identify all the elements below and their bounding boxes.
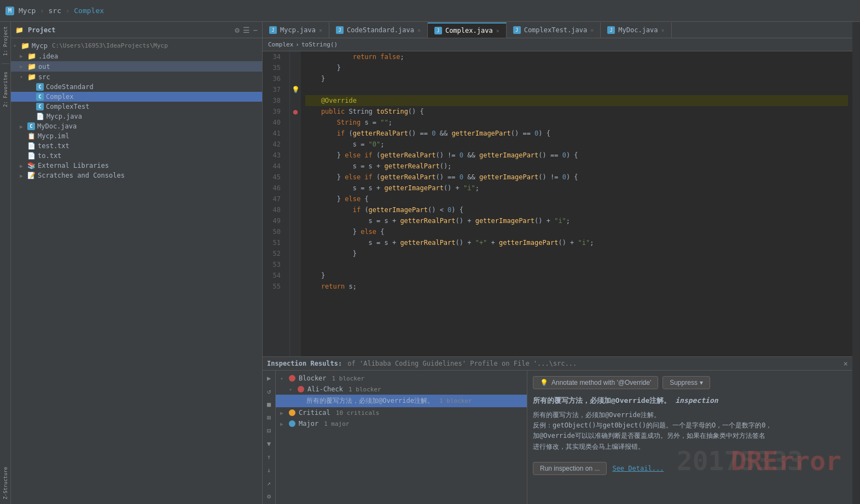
detail-title: 所有的覆写方法，必须加@Override注解。 inspection <box>533 396 847 406</box>
project-sidebar-label[interactable]: 1: Project <box>3 24 8 58</box>
tree-complex[interactable]: C Complex <box>11 92 262 102</box>
code-line-53 <box>305 259 848 270</box>
critical-count: 10 criticals <box>336 409 379 417</box>
tree-complextest[interactable]: C ComplexTest <box>11 102 262 112</box>
tree-mycp-java[interactable]: 📄 Mycp.java <box>11 112 262 121</box>
error-marker-icon: ● <box>293 107 298 116</box>
stop-btn[interactable]: ■ <box>264 399 275 410</box>
detail-line4: 进行修改，其实现类会马上编译报错。 <box>533 442 847 452</box>
down-btn[interactable]: ↓ <box>264 465 275 476</box>
tree-idea[interactable]: ▶ 📁 .idea <box>11 51 262 61</box>
tree-src[interactable]: ▾ 📁 src <box>11 72 262 82</box>
gutter-37[interactable]: 💡 <box>290 84 301 95</box>
gutter-39[interactable]: ● <box>290 106 301 117</box>
txt-icon-test: 📄 <box>27 142 36 150</box>
ln-47: 47 <box>263 194 285 204</box>
detail-footer: Run inspection on ... See Detail... <box>533 462 847 475</box>
tree-mycp-iml[interactable]: 📋 Mycp.iml <box>11 131 262 141</box>
collapse-all-btn[interactable]: ⊟ <box>264 425 275 436</box>
tree-to-txt[interactable]: 📄 to.txt <box>11 151 262 161</box>
detail-title-text: 所有的覆写方法，必须加@Override注解。 <box>533 396 671 405</box>
tab-label-complextest: ComplexTest.java <box>524 26 588 34</box>
code-line-50: } else { <box>305 226 848 237</box>
override-count: 1 blocker <box>439 397 472 405</box>
fn-getimage-7: getterImagePart <box>499 237 558 248</box>
title-sep1: › <box>40 7 44 15</box>
ln-54: 54 <box>263 270 285 281</box>
see-detail-link[interactable]: See Detail... <box>612 465 664 472</box>
ext-libs-label: External Libraries <box>38 162 109 169</box>
play-btn[interactable]: ▶ <box>264 373 275 384</box>
export-btn[interactable]: ↗ <box>264 478 275 489</box>
ali-check-count: 1 blocker <box>348 386 381 393</box>
code-content[interactable]: return false; } } @Override public Strin… <box>301 51 852 356</box>
to-txt-label: to.txt <box>38 152 61 160</box>
tab-close-mydoc[interactable]: × <box>661 27 665 33</box>
fn-getreal-2: getterRealPart <box>380 150 435 161</box>
java-file-icon: 📄 <box>36 113 44 120</box>
fn-getimage-1: getterImagePart <box>451 128 510 139</box>
breadcrumb-method: toString() <box>301 41 338 48</box>
test-txt-label: test.txt <box>38 142 69 150</box>
critical-dot <box>289 409 295 416</box>
filter-btn[interactable]: ▼ <box>264 438 275 449</box>
tree-ext-libs[interactable]: ▶ 📚 External Libraries <box>11 161 262 171</box>
str-plus: "+" <box>475 237 487 248</box>
critical-label: Critical <box>299 409 330 417</box>
tree-codestandard[interactable]: C CodeStandard <box>11 82 262 92</box>
suppress-button[interactable]: Suppress ▾ <box>663 376 710 389</box>
z-structure-label[interactable]: Z-Structure <box>3 465 8 502</box>
kw-else-4: else <box>361 226 380 237</box>
favorites-sidebar-label[interactable]: 2: Favorites <box>3 69 8 109</box>
tab-label-complex: Complex.java <box>445 27 493 34</box>
annotate-button[interactable]: 💡 Annotate method with '@Override' <box>533 376 658 389</box>
insp-blocker[interactable]: ▾ Blocker 1 blocker <box>276 373 527 384</box>
detail-p1: 所有的覆写方法，必须加@Override注解。 反例：getObject()与g… <box>533 410 847 452</box>
settings-icon[interactable]: ☰ <box>243 26 250 34</box>
tab-complex[interactable]: J Complex.java × <box>428 22 507 38</box>
bottom-close-icon[interactable]: × <box>844 359 848 368</box>
ln-55: 55 <box>263 281 285 292</box>
fn-getimage-3: getterImagePart <box>479 172 538 183</box>
rerun-btn[interactable]: ↺ <box>264 386 275 397</box>
insp-ali-check[interactable]: ▾ Ali-Check 1 blocker <box>276 384 527 395</box>
insp-critical[interactable]: ▶ Critical 10 criticals <box>276 407 527 418</box>
right-scrollbar[interactable] <box>852 22 860 504</box>
tree-out[interactable]: ▶ 📁 out <box>11 61 262 72</box>
run-inspection-button[interactable]: Run inspection on ... <box>533 462 607 475</box>
tab-close-mycp[interactable]: × <box>319 27 322 33</box>
tab-mydoc[interactable]: J MyDoc.java × <box>601 22 671 38</box>
tab-codestandard[interactable]: J CodeStandard.java × <box>329 22 428 38</box>
tree-test-txt[interactable]: 📄 test.txt <box>11 141 262 151</box>
tab-close-complextest[interactable]: × <box>590 27 594 33</box>
insp-major[interactable]: ▶ Major 1 major <box>276 418 527 429</box>
ln-42: 42 <box>263 139 285 150</box>
detail-actions: 💡 Annotate method with '@Override' Suppr… <box>533 376 847 389</box>
breadcrumb-bar: Complex › toString() <box>263 38 852 51</box>
tabs-bar: J Mycp.java × J CodeStandard.java × J Co… <box>263 22 852 38</box>
expand-all-btn[interactable]: ⊞ <box>264 412 275 423</box>
detail-line2: 反例：getObject()与get0bject()的问题。一个是字母的O，一个… <box>533 420 847 431</box>
gutter-50 <box>290 226 301 237</box>
tree-mydoc[interactable]: ▶ C MyDoc.java <box>11 121 262 131</box>
str-empty: "" <box>380 117 388 128</box>
tab-complextest[interactable]: J ComplexTest.java × <box>507 22 601 38</box>
mydoc-label: MyDoc.java <box>37 122 77 130</box>
settings-btn[interactable]: ⚙ <box>264 491 275 502</box>
app-icon: M <box>5 7 14 15</box>
tree-scratches[interactable]: ▶ 📝 Scratches and Consoles <box>11 171 262 180</box>
ln-50: 50 <box>263 226 285 237</box>
gear-icon[interactable]: ⚙ <box>235 26 239 34</box>
insp-override-item[interactable]: 所有的覆写方法，必须加@Override注解。 1 blocker <box>276 395 527 407</box>
tab-close-codestandard[interactable]: × <box>417 27 421 33</box>
minimize-icon[interactable]: − <box>253 26 258 34</box>
fn-getimage-6: getterImagePart <box>475 215 534 226</box>
scratches-label: Scratches and Consoles <box>38 172 125 179</box>
code-editor[interactable]: 34 35 36 37 38 39 40 41 42 43 44 45 46 4… <box>263 51 852 356</box>
up-btn[interactable]: ↑ <box>264 452 275 462</box>
java-icon-codestandard: C <box>36 83 44 91</box>
tab-mycp[interactable]: J Mycp.java × <box>263 22 329 38</box>
tree-root[interactable]: ▾ 📁 Mycp C:\Users\16953\IdeaProjects\Myc… <box>11 40 262 51</box>
str-i-3: "i" <box>578 237 590 248</box>
tab-close-complex[interactable]: × <box>496 28 499 34</box>
